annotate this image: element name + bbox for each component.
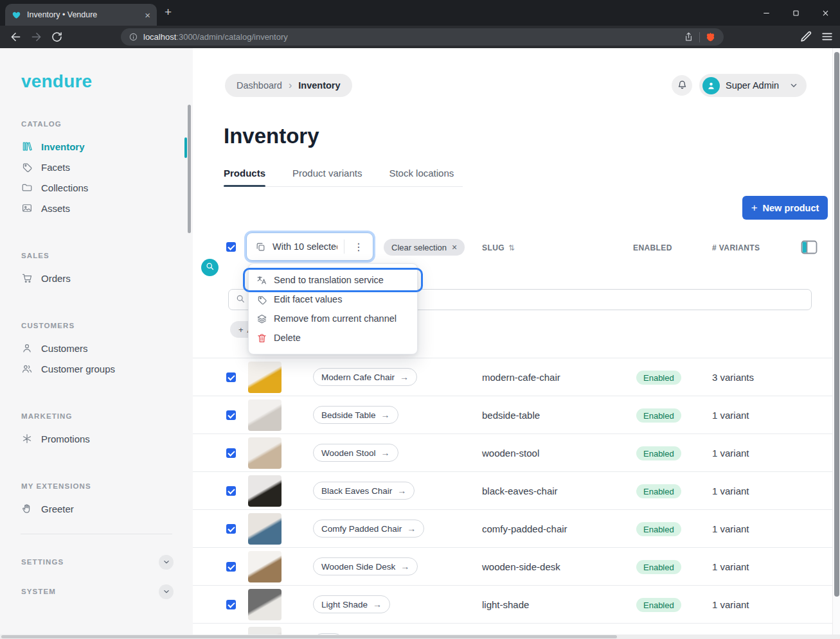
variant-count: 1 variant — [712, 486, 749, 496]
product-name-chip[interactable]: Light Shade→ — [313, 595, 390, 613]
sidebar-item-promotions[interactable]: Promotions — [0, 428, 193, 449]
table-row: Wooden Side Desk→wooden-side-deskEnabled… — [193, 547, 832, 585]
menu-item-edit-facet-values[interactable]: Edit facet values — [256, 290, 408, 309]
sidebar-item-inventory[interactable]: Inventory — [0, 136, 193, 157]
notifications-button[interactable] — [672, 75, 692, 96]
product-thumbnail[interactable] — [248, 362, 281, 393]
tab-products[interactable]: Products — [224, 168, 265, 186]
tab-close-icon[interactable]: × — [145, 10, 150, 20]
back-icon[interactable] — [9, 30, 22, 44]
product-name-chip[interactable]: Comfy Padded Chair→ — [313, 520, 424, 538]
product-name-chip[interactable]: Modern Cafe Chair→ — [313, 368, 417, 386]
arrow-right-icon: → — [397, 486, 406, 496]
sidebar-item-assets[interactable]: Assets — [0, 198, 193, 218]
status-badge: Enabled — [636, 371, 681, 385]
pencil-icon[interactable] — [799, 30, 813, 44]
product-slug: modern-cafe-chair — [482, 372, 560, 383]
menu-item-delete[interactable]: Delete — [256, 328, 408, 347]
sidebar-item-greeter[interactable]: Greeter — [0, 498, 193, 519]
translate-icon — [256, 275, 267, 286]
table-row: Black Eaves Chair→black-eaves-chairEnabl… — [193, 471, 832, 509]
row-checkbox[interactable] — [226, 524, 236, 534]
layers-icon — [256, 313, 267, 324]
arrow-right-icon: → — [381, 448, 390, 458]
product-thumbnail[interactable] — [248, 589, 281, 620]
new-product-button[interactable]: + New product — [742, 196, 828, 220]
minimize-button[interactable] — [751, 0, 781, 26]
product-name-chip[interactable]: Wooden Side Desk→ — [313, 557, 418, 575]
product-name-chip[interactable]: Bedside Table→ — [313, 406, 398, 424]
clear-selection-button[interactable]: Clear selection × — [384, 239, 465, 256]
select-all-checkbox[interactable] — [226, 242, 236, 252]
folder-icon — [21, 182, 33, 193]
section-heading-customers: CUSTOMERS — [21, 322, 193, 329]
product-thumbnail[interactable] — [248, 399, 281, 431]
menu-item-send-to-translation-service[interactable]: Send to translation service — [256, 270, 408, 290]
product-thumbnail[interactable] — [248, 437, 281, 469]
menu-icon[interactable] — [820, 30, 834, 44]
product-thumbnail[interactable] — [248, 551, 281, 582]
vendure-logo: vendure — [21, 71, 193, 92]
sidebar-section-system[interactable]: SYSTEM — [0, 581, 193, 602]
reload-icon[interactable] — [50, 30, 64, 44]
product-slug: black-eaves-chair — [482, 486, 558, 496]
sidebar-item-facets[interactable]: Facets — [0, 157, 193, 177]
product-name-chip[interactable]: Black Eaves Chair→ — [313, 482, 415, 500]
breadcrumb-inventory[interactable]: Inventory — [298, 80, 340, 91]
column-header-enabled: ENABLED — [633, 243, 672, 252]
product-name: Bedside Table — [321, 410, 376, 420]
arrow-right-icon: → — [373, 599, 382, 609]
menu-item-label: Delete — [274, 333, 301, 343]
browser-tab[interactable]: Inventory • Vendure × — [5, 4, 157, 26]
url-bar[interactable]: localhost:3000/admin/catalog/inventory — [121, 28, 724, 46]
product-name: Black Eaves Chair — [321, 486, 392, 496]
brave-shield-icon[interactable] — [705, 31, 716, 42]
product-name-chip[interactable]: Wooden Stool→ — [313, 444, 398, 462]
product-name: Comfy Padded Chair — [321, 524, 402, 534]
share-icon[interactable] — [683, 31, 694, 42]
breadcrumb: Dashboard › Inventory — [225, 74, 352, 97]
product-thumbnail[interactable] — [248, 513, 281, 545]
forward-icon[interactable] — [30, 30, 43, 44]
product-thumbnail[interactable] — [248, 475, 281, 507]
bulk-actions-button[interactable]: With 10 selected... ⋮ — [246, 232, 373, 261]
row-checkbox[interactable] — [226, 486, 236, 496]
tab-product-variants[interactable]: Product variants — [292, 168, 362, 186]
menu-item-remove-from-current-channel[interactable]: Remove from current channel — [256, 309, 408, 328]
arrow-right-icon: → — [407, 523, 416, 534]
sidebar-scrollbar[interactable] — [188, 105, 191, 233]
sidebar-item-customer-groups[interactable]: Customer groups — [0, 358, 193, 379]
vertical-scrollbar-thumb[interactable] — [834, 52, 839, 597]
row-checkbox[interactable] — [226, 562, 236, 572]
row-checkbox[interactable] — [226, 372, 236, 382]
product-slug: light-shade — [482, 599, 529, 610]
breadcrumb-dashboard[interactable]: Dashboard — [237, 80, 282, 91]
search-toggle-button[interactable] — [201, 259, 219, 276]
sidebar-item-collections[interactable]: Collections — [0, 177, 193, 198]
sort-icon[interactable]: ⇅ — [508, 243, 515, 252]
section-heading-settings: SETTINGS — [21, 558, 64, 566]
user-menu[interactable]: Super Admin — [699, 74, 807, 97]
sidebar-item-customers[interactable]: Customers — [0, 338, 193, 358]
column-header-slug: SLUG ⇅ — [482, 243, 515, 252]
row-checkbox[interactable] — [226, 600, 236, 609]
kebab-menu-icon[interactable]: ⋮ — [351, 241, 366, 253]
row-checkbox[interactable] — [226, 448, 236, 458]
close-button[interactable] — [810, 0, 840, 26]
sidebar-item-orders[interactable]: Orders — [0, 268, 193, 288]
chevron-down-icon[interactable] — [159, 584, 174, 599]
column-settings-icon[interactable] — [801, 240, 818, 254]
sidebar-item-label: Orders — [41, 273, 71, 284]
url-host: localhost — [143, 32, 176, 42]
image-icon — [21, 202, 33, 214]
new-tab-button[interactable]: + — [165, 6, 172, 19]
horizontal-scrollbar-thumb[interactable] — [1, 635, 617, 638]
app: vendure CATALOGInventoryFacetsCollection… — [0, 48, 840, 639]
tab-stock-locations[interactable]: Stock locations — [389, 168, 454, 186]
sidebar-section-settings[interactable]: SETTINGS — [0, 551, 193, 573]
chevron-down-icon[interactable] — [159, 555, 174, 570]
row-checkbox[interactable] — [226, 410, 236, 420]
arrow-right-icon: → — [381, 410, 390, 420]
site-info-icon[interactable] — [129, 32, 138, 42]
maximize-button[interactable] — [781, 0, 810, 26]
